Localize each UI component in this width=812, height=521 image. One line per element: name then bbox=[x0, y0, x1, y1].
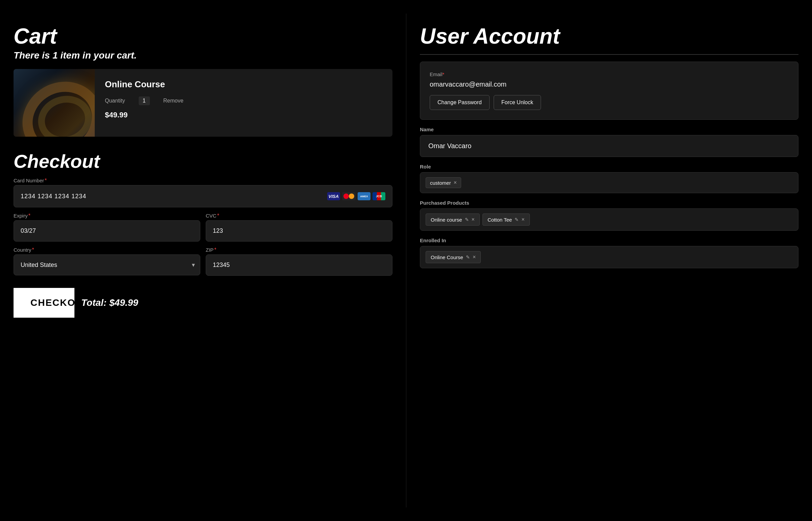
email-label: Email* bbox=[430, 71, 789, 77]
expiry-label: Expiry bbox=[14, 213, 28, 219]
total-text: Total: $49.99 bbox=[81, 297, 138, 308]
quantity-value: 1 bbox=[139, 96, 150, 105]
roles-input-wrapper: customer × bbox=[420, 172, 798, 193]
country-select-wrapper: United States Canada United Kingdom ▾ bbox=[14, 254, 200, 275]
cvc-label: CVC bbox=[206, 213, 217, 219]
account-section: Email* omarvaccaro@email.com Change Pass… bbox=[420, 62, 798, 120]
cart-item: Online Course Quantity 1 Remove $49.99 bbox=[14, 69, 392, 137]
card-number-required: * bbox=[45, 178, 47, 183]
checkout-bottom: CHECKOUT Total: $49.99 bbox=[14, 281, 392, 318]
enrolled-wrapper: Online Course ✎ × bbox=[420, 246, 798, 268]
enrolled-tag-online-course: Online Course ✎ × bbox=[426, 251, 481, 263]
role-tag-remove[interactable]: × bbox=[454, 180, 457, 186]
mastercard-icon bbox=[342, 192, 356, 200]
purchased-products-label: Purchased Products bbox=[420, 200, 798, 206]
name-label: Name bbox=[420, 127, 798, 132]
edit-icon-2[interactable]: ✎ bbox=[515, 217, 519, 222]
expiry-field[interactable]: 03/27 bbox=[14, 220, 200, 242]
role-tag-customer: customer × bbox=[426, 177, 461, 188]
user-account-title: User Account bbox=[420, 24, 798, 49]
remove-button[interactable]: Remove bbox=[163, 98, 184, 104]
left-panel: Cart There is 1 item in your cart. Onlin… bbox=[0, 14, 406, 507]
purchased-products-section: Purchased Products Online course ✎ × Cot… bbox=[420, 200, 798, 231]
cart-title: Cart bbox=[14, 24, 392, 49]
country-select[interactable]: United States Canada United Kingdom bbox=[14, 254, 200, 275]
email-value: omarvaccaro@email.com bbox=[430, 81, 789, 88]
checkout-button[interactable]: CHECKOUT bbox=[14, 288, 74, 318]
cvc-value: 123 bbox=[213, 227, 223, 234]
cvc-field[interactable]: 123 bbox=[206, 220, 392, 242]
checkout-title: Checkout bbox=[14, 150, 392, 172]
enrolled-section: Enrolled In Online Course ✎ × bbox=[420, 237, 798, 268]
enrolled-tag-label: Online Course bbox=[431, 254, 463, 260]
expiry-value: 03/27 bbox=[21, 227, 36, 234]
enrolled-label: Enrolled In bbox=[420, 237, 798, 243]
country-label: Country bbox=[14, 247, 31, 253]
product-tag-cotton-tee: Cotton Tee ✎ × bbox=[482, 213, 530, 226]
edit-icon[interactable]: ✎ bbox=[465, 217, 469, 222]
cart-item-image bbox=[14, 69, 95, 137]
product-tag-remove-2[interactable]: × bbox=[521, 217, 524, 223]
name-input[interactable] bbox=[420, 135, 798, 157]
zip-label: ZIP bbox=[206, 247, 213, 253]
right-panel: User Account Email* omarvaccaro@email.co… bbox=[406, 14, 812, 507]
product-tag-remove[interactable]: × bbox=[472, 217, 475, 223]
product-tag-label: Online course bbox=[431, 217, 462, 223]
card-number-value: 1234 1234 1234 1234 bbox=[21, 193, 86, 200]
zip-value: 12345 bbox=[213, 262, 230, 269]
amex-icon: AMEX bbox=[358, 192, 370, 200]
name-section: Name bbox=[420, 127, 798, 157]
product-tag-label: Cotton Tee bbox=[488, 217, 512, 223]
divider bbox=[420, 54, 798, 55]
products-wrapper: Online course ✎ × Cotton Tee ✎ × bbox=[420, 208, 798, 231]
enrolled-edit-icon[interactable]: ✎ bbox=[466, 254, 470, 260]
cart-item-details: Online Course Quantity 1 Remove $49.99 bbox=[95, 69, 392, 137]
role-tag-label: customer bbox=[430, 180, 451, 186]
roles-section: Role customer × bbox=[420, 164, 798, 193]
product-tag-online-course: Online course ✎ × bbox=[426, 213, 480, 226]
zip-field[interactable]: 12345 bbox=[206, 254, 392, 276]
cart-item-name: Online Course bbox=[105, 79, 382, 90]
change-password-button[interactable]: Change Password bbox=[430, 95, 490, 110]
quantity-label: Quantity bbox=[105, 98, 125, 104]
card-icons: VISA AMEX JCB bbox=[327, 192, 385, 200]
card-number-label: Card Number bbox=[14, 178, 44, 183]
cart-subtitle: There is 1 item in your cart. bbox=[14, 50, 392, 61]
visa-icon: VISA bbox=[327, 192, 340, 200]
enrolled-tag-remove[interactable]: × bbox=[473, 254, 476, 260]
roles-label: Role bbox=[420, 164, 798, 169]
card-number-field[interactable]: 1234 1234 1234 1234 VISA AMEX JCB bbox=[14, 185, 392, 207]
account-buttons: Change Password Force Unlock bbox=[430, 95, 789, 110]
force-unlock-button[interactable]: Force Unlock bbox=[494, 95, 541, 110]
cart-item-price: $49.99 bbox=[105, 111, 382, 119]
jcb-icon: JCB bbox=[373, 192, 385, 200]
